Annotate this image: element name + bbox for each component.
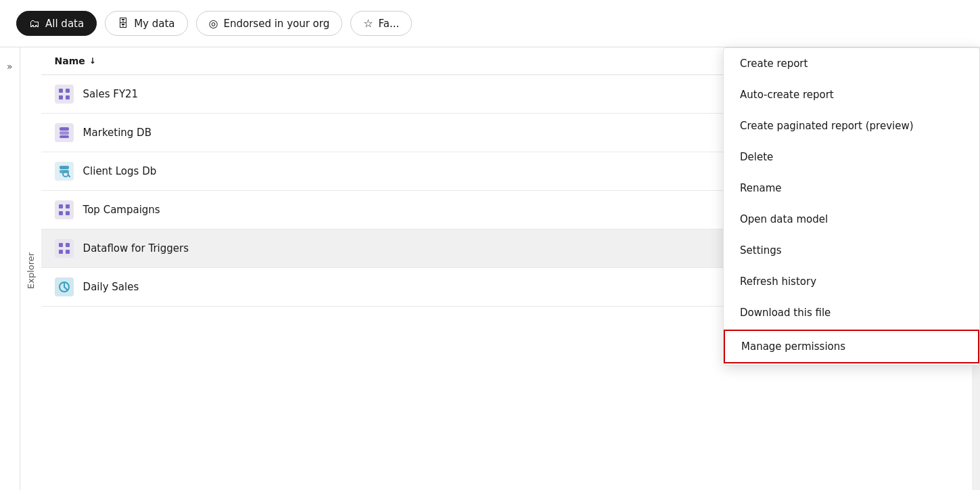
expand-button[interactable]: » (0, 47, 20, 490)
favorites-icon: ☆ (363, 17, 373, 30)
client-logs-icon (55, 162, 74, 181)
context-refresh-history[interactable]: Refresh history (724, 266, 979, 297)
context-rename[interactable]: Rename (724, 173, 979, 204)
context-manage-permissions[interactable]: Manage permissions (724, 330, 979, 363)
filter-favorites[interactable]: ☆ Fa... (350, 11, 412, 36)
filter-bar: 🗂 All data 🗄 My data ◎ Endorsed in your … (0, 0, 980, 47)
context-open-data-model[interactable]: Open data model (724, 204, 979, 235)
svg-rect-2 (59, 95, 63, 99)
context-delete[interactable]: Delete (724, 141, 979, 173)
svg-rect-14 (59, 243, 63, 247)
svg-rect-12 (59, 211, 63, 215)
svg-rect-13 (66, 211, 70, 215)
context-auto-create-report[interactable]: Auto-create report (724, 79, 979, 110)
context-create-report[interactable]: Create report (724, 48, 979, 79)
daily-sales-icon (55, 277, 74, 296)
endorsed-icon: ◎ (209, 17, 218, 30)
svg-rect-11 (66, 204, 70, 208)
all-data-icon: 🗂 (29, 17, 40, 30)
sort-icon[interactable]: ↓ (89, 56, 96, 66)
svg-rect-17 (66, 250, 70, 254)
my-data-icon: 🗄 (118, 17, 129, 30)
svg-rect-0 (59, 89, 63, 93)
svg-rect-10 (59, 204, 63, 208)
svg-rect-4 (60, 127, 69, 131)
name-column-header[interactable]: Name (55, 55, 85, 66)
svg-rect-3 (66, 95, 70, 99)
top-campaigns-icon (55, 200, 74, 219)
context-download-file[interactable]: Download this file (724, 297, 979, 328)
context-settings[interactable]: Settings (724, 235, 979, 266)
marketing-db-icon (55, 123, 74, 142)
main-area: 🗂 All data 🗄 My data ◎ Endorsed in your … (0, 0, 980, 490)
svg-rect-7 (60, 166, 69, 169)
dataflow-icon (55, 239, 74, 258)
svg-rect-1 (66, 89, 70, 93)
svg-rect-16 (59, 250, 63, 254)
filter-my-data[interactable]: 🗄 My data (105, 11, 187, 36)
filter-endorsed[interactable]: ◎ Endorsed in your org (196, 11, 343, 36)
content-area: » Explorer Name ↓ (0, 47, 980, 490)
context-create-paginated[interactable]: Create paginated report (preview) (724, 110, 979, 141)
svg-rect-6 (60, 135, 69, 138)
filter-all-data[interactable]: 🗂 All data (16, 11, 97, 36)
context-menu: Create report Auto-create report Create … (723, 47, 980, 365)
sales-fy21-icon (55, 85, 74, 104)
svg-rect-5 (60, 131, 69, 135)
svg-rect-15 (66, 243, 70, 247)
sidebar-label: Explorer (20, 47, 41, 490)
